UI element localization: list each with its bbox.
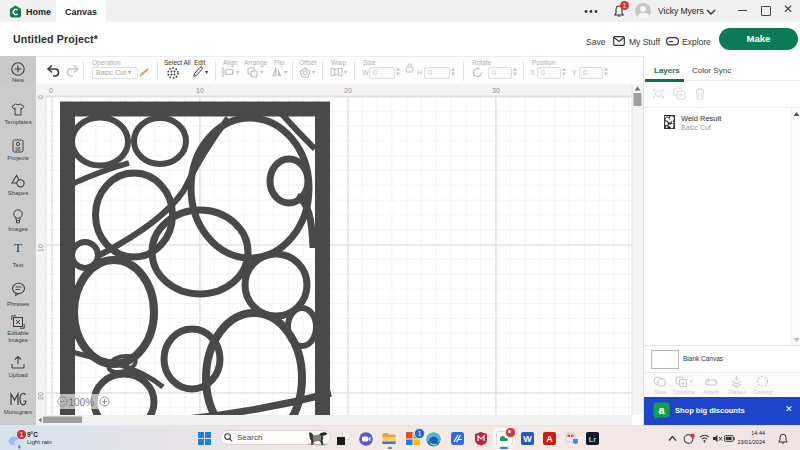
svg-text:20: 20 — [37, 392, 44, 400]
svg-text:10: 10 — [37, 244, 44, 252]
svg-text:0: 0 — [37, 95, 44, 99]
svg-text:a: a — [658, 404, 665, 416]
svg-text:W: W — [523, 434, 532, 444]
svg-text:0: 0 — [49, 87, 53, 94]
svg-text:10: 10 — [196, 87, 204, 94]
svg-text:A: A — [546, 434, 553, 444]
svg-text:Lr: Lr — [589, 435, 597, 444]
svg-text:20: 20 — [344, 87, 352, 94]
svg-text:100%: 100% — [69, 397, 95, 408]
svg-text:30: 30 — [492, 87, 500, 94]
